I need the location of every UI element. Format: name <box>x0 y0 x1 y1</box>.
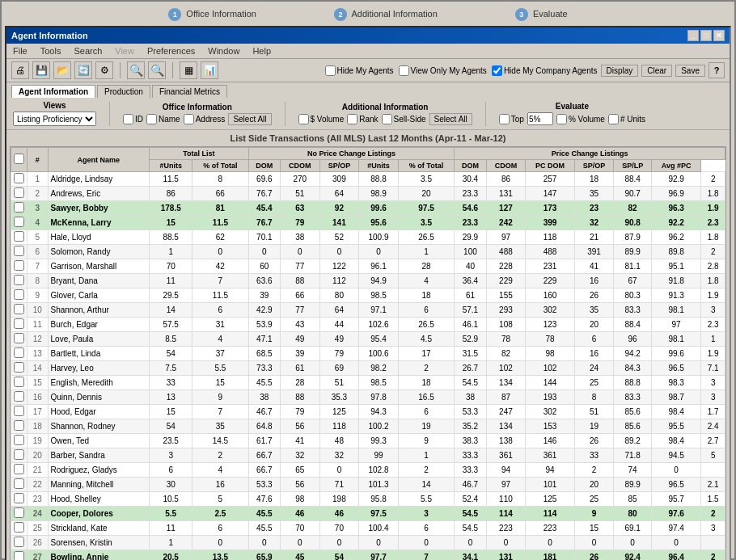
select-all-checkbox[interactable] <box>14 154 24 164</box>
address-checkbox[interactable] <box>184 114 194 124</box>
row-checkbox[interactable] <box>14 289 24 300</box>
views-select[interactable]: Listing Proficiency <box>13 112 96 126</box>
pct-volume-check-label[interactable]: % Volume <box>556 114 605 124</box>
row-checkbox[interactable] <box>14 478 24 489</box>
id-check-label[interactable]: ID <box>123 114 143 124</box>
row-cell: 1 <box>150 536 192 550</box>
hide-my-agents-label[interactable]: Hide My Agents <box>325 65 394 76</box>
row-checkbox[interactable] <box>14 202 24 213</box>
additional-select-all-button[interactable]: Select All <box>429 113 472 125</box>
save-button[interactable]: 💾 <box>32 61 50 79</box>
grid-button[interactable]: ▦ <box>180 61 197 79</box>
row-cell: 98 <box>281 492 320 507</box>
top-value-input[interactable] <box>527 112 553 125</box>
row-checkbox[interactable] <box>14 217 24 227</box>
tab-evaluate[interactable]: 3 Evaluate <box>509 6 574 23</box>
name-checkbox[interactable] <box>146 114 157 124</box>
print-button[interactable]: 🖨 <box>11 61 29 79</box>
row-checkbox[interactable] <box>14 464 24 474</box>
id-checkbox[interactable] <box>123 114 133 124</box>
table-row: 6Solomon, Randy100000110048848839189.989… <box>11 245 725 259</box>
sub-tab-production[interactable]: Production <box>97 85 150 98</box>
top-checkbox[interactable] <box>499 114 510 124</box>
sell-side-checkbox[interactable] <box>382 114 392 124</box>
row-checkbox[interactable] <box>14 420 24 431</box>
row-checkbox[interactable] <box>14 377 24 387</box>
row-checkbox[interactable] <box>14 231 24 242</box>
row-checkbox[interactable] <box>14 275 24 285</box>
view-only-my-agents-label[interactable]: View Only My Agents <box>399 65 487 76</box>
row-checkbox[interactable] <box>14 449 24 460</box>
rank-checkbox[interactable] <box>347 114 357 124</box>
th-npc-dom: DOM <box>248 160 280 172</box>
row-cell: 20.5 <box>150 550 192 561</box>
search2-button[interactable]: 🔍 <box>148 61 166 79</box>
row-checkbox[interactable] <box>14 304 24 314</box>
row-checkbox[interactable] <box>14 173 24 183</box>
config-button[interactable]: ⚙ <box>95 61 113 79</box>
display-button[interactable]: Display <box>601 65 639 77</box>
row-checkbox[interactable] <box>14 406 24 416</box>
row-checkbox[interactable] <box>14 187 24 198</box>
row-checkbox[interactable] <box>14 522 24 533</box>
table-row: 11Burch, Edgar57.53153.94344102.626.546.… <box>11 318 725 332</box>
sell-side-check-label[interactable]: Sell-Side <box>382 114 426 124</box>
row-checkbox[interactable] <box>14 347 24 358</box>
menu-window[interactable]: Window <box>205 45 243 57</box>
th-pc: Price Change Listings <box>455 148 725 160</box>
row-checkbox[interactable] <box>14 318 24 329</box>
clear-button[interactable]: Clear <box>641 65 672 77</box>
sub-tab-agent-info[interactable]: Agent Information <box>11 85 95 98</box>
row-checkbox[interactable] <box>14 493 24 503</box>
refresh-button[interactable]: 🔄 <box>74 61 92 79</box>
address-check-label[interactable]: Address <box>184 114 226 124</box>
row-cell: 112 <box>319 274 359 288</box>
open-button[interactable]: 📂 <box>53 61 71 79</box>
menu-help[interactable]: Help <box>249 45 274 57</box>
save-action-button[interactable]: Save <box>675 65 705 77</box>
table-container[interactable]: # Agent Name Total List No Price Change … <box>10 146 726 560</box>
office-select-all-button[interactable]: Select All <box>228 113 271 125</box>
row-checkbox[interactable] <box>14 246 24 256</box>
menu-search[interactable]: Search <box>70 45 105 57</box>
pct-volume-checkbox[interactable] <box>556 114 567 124</box>
row-cell: 13.5 <box>192 550 248 561</box>
row-cell: 102 <box>486 361 526 376</box>
row-cell: 15 <box>574 521 614 536</box>
row-checkbox[interactable] <box>14 551 24 560</box>
row-checkbox[interactable] <box>14 537 24 547</box>
view-only-my-agents-checkbox[interactable] <box>399 65 409 76</box>
rank-check-label[interactable]: Rank <box>347 114 378 124</box>
tab-additional-info[interactable]: 2 Additional Information <box>328 6 444 23</box>
volume-checkbox[interactable] <box>298 114 309 124</box>
search-binoculars-button[interactable]: 🔍 <box>127 61 145 79</box>
top-check-label[interactable]: Top <box>499 114 524 124</box>
title-bar-buttons: _ □ ✕ <box>687 30 725 41</box>
help-button[interactable]: ? <box>709 62 725 78</box>
row-cell: 7 <box>398 550 454 561</box>
row-checkbox[interactable] <box>14 435 24 445</box>
close-button[interactable]: ✕ <box>713 30 725 41</box>
row-checkbox[interactable] <box>14 362 24 373</box>
hide-company-agents-label[interactable]: Hide My Company Agents <box>492 65 598 76</box>
row-checkbox[interactable] <box>14 391 24 402</box>
minimize-button[interactable]: _ <box>687 30 699 41</box>
menu-tools[interactable]: Tools <box>37 45 65 57</box>
row-checkbox[interactable] <box>14 333 24 343</box>
row-checkbox[interactable] <box>14 507 24 518</box>
row-cell: 53.3 <box>248 478 280 492</box>
sub-tab-financial[interactable]: Financial Metrics <box>152 85 227 98</box>
menu-preferences[interactable]: Preferences <box>144 45 198 57</box>
units-checkbox[interactable] <box>608 114 619 124</box>
chart-button[interactable]: 📊 <box>201 61 218 79</box>
row-checkbox[interactable] <box>14 260 24 271</box>
tab-office-info[interactable]: 1 Office Information <box>162 6 263 23</box>
menu-view[interactable]: View <box>112 45 137 57</box>
hide-company-agents-checkbox[interactable] <box>492 65 502 76</box>
maximize-button[interactable]: □ <box>700 30 712 41</box>
volume-check-label[interactable]: $ Volume <box>298 114 345 124</box>
name-check-label[interactable]: Name <box>146 114 180 124</box>
menu-file[interactable]: File <box>10 45 31 57</box>
units-check-label[interactable]: # Units <box>608 114 645 124</box>
hide-my-agents-checkbox[interactable] <box>325 65 336 76</box>
